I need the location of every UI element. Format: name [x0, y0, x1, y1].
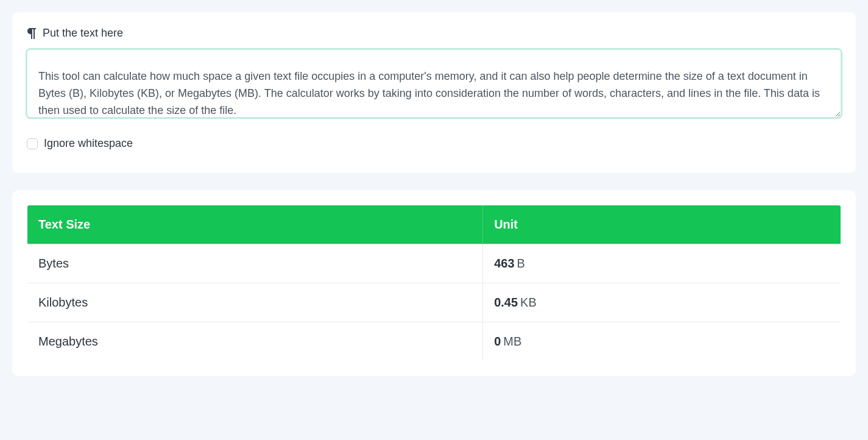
- results-card: Text Size Unit Bytes 463B Kilobytes 0.45…: [12, 190, 856, 376]
- size-label-kilobytes: Kilobytes: [27, 283, 483, 322]
- value-suffix: KB: [520, 296, 537, 309]
- input-label-row: Put the text here: [27, 27, 841, 40]
- header-text-size: Text Size: [27, 205, 483, 244]
- value-number: 0: [494, 335, 501, 348]
- size-value-megabytes: 0MB: [483, 322, 841, 361]
- input-label: Put the text here: [43, 27, 123, 40]
- results-header-row: Text Size Unit: [27, 205, 841, 244]
- value-number: 0.45: [494, 296, 518, 309]
- ignore-whitespace-label: Ignore whitespace: [44, 137, 133, 150]
- value-number: 463: [494, 257, 514, 270]
- size-value-bytes: 463B: [483, 244, 841, 283]
- size-label-megabytes: Megabytes: [27, 322, 483, 361]
- results-table: Text Size Unit Bytes 463B Kilobytes 0.45…: [27, 205, 841, 361]
- value-suffix: B: [517, 257, 525, 270]
- text-input[interactable]: [27, 49, 841, 118]
- header-unit: Unit: [483, 205, 841, 244]
- table-row: Kilobytes 0.45KB: [27, 283, 841, 322]
- table-row: Megabytes 0MB: [27, 322, 841, 361]
- ignore-whitespace-checkbox[interactable]: [27, 138, 38, 149]
- ignore-whitespace-row: Ignore whitespace: [27, 137, 841, 150]
- size-value-kilobytes: 0.45KB: [483, 283, 841, 322]
- textarea-wrap: [27, 49, 841, 120]
- table-row: Bytes 463B: [27, 244, 841, 283]
- size-label-bytes: Bytes: [27, 244, 483, 283]
- paragraph-icon: [27, 28, 37, 39]
- value-suffix: MB: [503, 335, 521, 348]
- input-card: Put the text here Ignore whitespace: [12, 12, 856, 173]
